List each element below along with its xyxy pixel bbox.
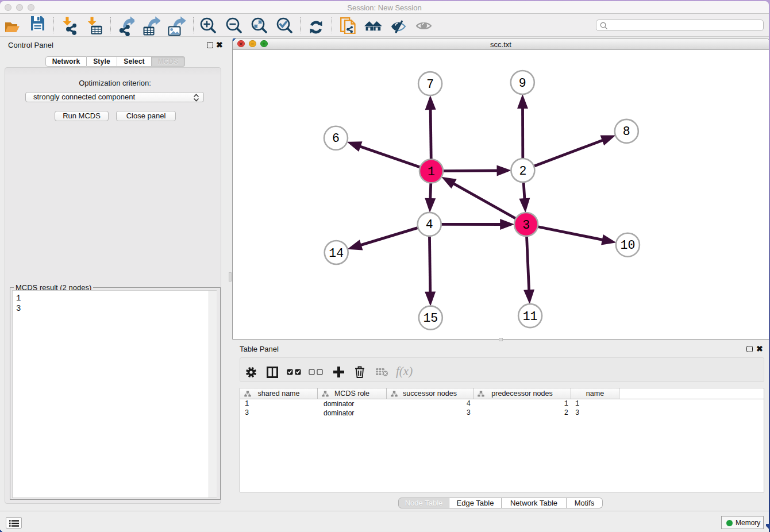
svg-text:4: 4	[426, 218, 433, 232]
svg-text:3: 3	[522, 218, 530, 232]
svg-text:7: 7	[426, 78, 434, 91]
svg-text:6: 6	[332, 132, 340, 145]
svg-text:9: 9	[519, 76, 526, 90]
svg-text:2: 2	[519, 164, 526, 178]
svg-text:14: 14	[329, 246, 344, 260]
svg-text:8: 8	[623, 125, 630, 138]
svg-text:1: 1	[428, 165, 435, 179]
svg-text:11: 11	[523, 310, 538, 323]
svg-text:10: 10	[620, 238, 635, 252]
svg-text:15: 15	[423, 311, 438, 325]
